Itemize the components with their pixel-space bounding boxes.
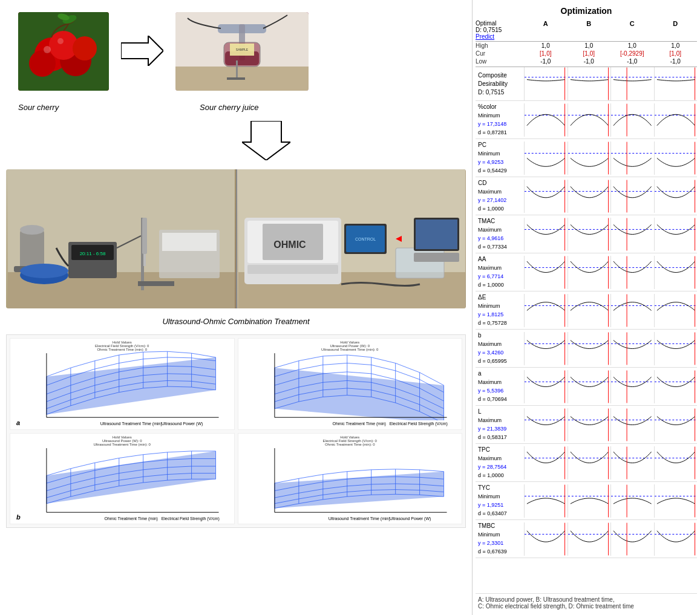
- opt-data-row: TYCMinimumy = 1,9251d = 0,63407: [476, 482, 697, 520]
- main-container: SAMPLE Sour cherry Sour cherry juice: [0, 0, 700, 615]
- svg-text:Electrical Field Strength (V/c: Electrical Field Strength (V/cm): [162, 516, 220, 521]
- opt-chart-r9-c2: [610, 408, 654, 441]
- cur-d: [1,0]: [654, 50, 698, 57]
- opt-chart-r6-c3: [654, 294, 698, 327]
- opt-chart-r9-c0: [524, 408, 568, 441]
- cur-b: [1,0]: [568, 50, 611, 57]
- opt-chart-r6-c2: [610, 294, 654, 327]
- optimal-d: D: 0,7515: [476, 27, 524, 33]
- opt-chart-r7-c3: [654, 332, 698, 365]
- opt-chart-r5-c2: [610, 256, 654, 289]
- opt-chart-r2-c0: [524, 142, 568, 175]
- svg-point-5: [73, 36, 97, 60]
- col-header-d: D: [654, 20, 698, 40]
- svg-text:Ohmic Treatment Time (min): Ohmic Treatment Time (min): [332, 421, 385, 426]
- opt-row-label-10: TPCMaximumy = 28,7564d = 1,0000: [476, 444, 524, 481]
- opt-chart-r3-c0: [524, 180, 568, 213]
- opt-row-label-8: aMaximumy = 5,5396d = 0,70694: [476, 368, 524, 405]
- svg-rect-34: [142, 218, 147, 254]
- opt-chart-r0-c2: [610, 67, 654, 100]
- svg-rect-52: [414, 253, 459, 262]
- cherry-image: [18, 12, 109, 91]
- lab-image: 20:11 - 6:58: [6, 169, 466, 308]
- graph-b-hold: Hold Values Ultrasound Power (W): 0 Ultr…: [321, 340, 378, 351]
- opt-chart-r9-c3: [654, 408, 698, 441]
- graph-c-hold: Hold Values Ultrasound Power (W): 0 Ultr…: [94, 435, 151, 446]
- opt-chart-r8-c2: [610, 370, 654, 403]
- opt-chart-r8-c1: [568, 370, 611, 403]
- opt-data-row: LMaximumy = 21,3839d = 0,58317: [476, 406, 697, 444]
- svg-text:20:11 - 6:58: 20:11 - 6:58: [79, 251, 105, 256]
- svg-marker-61: [274, 368, 443, 423]
- col-header-c: C: [610, 20, 654, 40]
- arrow-down: [242, 121, 290, 160]
- opt-chart-r1-c2: [610, 103, 654, 137]
- low-a: -1,0: [524, 58, 568, 65]
- predict-link[interactable]: Predict: [476, 33, 524, 40]
- opt-data-row: CompositeDesirabilityD: 0,7515: [476, 67, 697, 101]
- opt-data-row: aMaximumy = 5,5396d = 0,70694: [476, 368, 697, 406]
- opt-chart-r11-c1: [568, 484, 611, 518]
- col-header-a: A: [524, 20, 568, 40]
- svg-marker-68: [47, 451, 216, 503]
- opt-title: Optimization: [476, 3, 697, 19]
- opt-data-row: TMACMaximumy = 4,9616d = 0,77334: [476, 215, 697, 253]
- opt-chart-r5-c1: [568, 256, 611, 289]
- opt-row-label-7: bMaximumy = 3,4260d = 0,65995: [476, 330, 524, 367]
- opt-header-row: Optimal D: 0,7515 Predict A B C D: [476, 19, 697, 42]
- opt-row-label-0: CompositeDesirabilityD: 0,7515: [476, 70, 524, 99]
- opt-data-row: TPCMaximumy = 28,7564d = 1,0000: [476, 444, 697, 482]
- graph-cell-c: Hold Values Ultrasound Power (W): 0 Ultr…: [10, 433, 235, 525]
- opt-chart-r0-c3: [654, 67, 698, 100]
- svg-text:Ultrasound Power (W): Ultrasound Power (W): [162, 421, 203, 426]
- opt-data-row: CDMaximumy = 27,1402d = 1,0000: [476, 177, 697, 215]
- graph-cell-a: Hold Values Electrical Field Strength (V…: [10, 338, 235, 430]
- opt-chart-r7-c1: [568, 332, 611, 365]
- svg-point-28: [20, 264, 68, 278]
- opt-high-row: High 1,0 1,0 1,0 1,0: [476, 42, 697, 50]
- svg-rect-51: [416, 220, 457, 249]
- opt-chart-r0-c1: [568, 67, 611, 100]
- svg-text:Ultrasound Treatment Time (min: Ultrasound Treatment Time (min): [100, 421, 162, 426]
- opt-chart-r3-c1: [568, 180, 611, 213]
- svg-text:Ultrasound Treatment Time (min: Ultrasound Treatment Time (min): [328, 516, 390, 521]
- arrow-right: [121, 36, 163, 68]
- svg-marker-54: [47, 357, 216, 415]
- opt-chart-r9-c1: [568, 408, 611, 441]
- opt-chart-r4-c3: [654, 218, 698, 251]
- svg-marker-75: [274, 471, 443, 508]
- footnote: A: Ultrasound power, B: Ultrasound treat…: [476, 593, 697, 612]
- opt-chart-r11-c0: [524, 484, 568, 518]
- svg-text:Ultrasound Power (W): Ultrasound Power (W): [389, 516, 431, 521]
- top-row: SAMPLE: [6, 6, 466, 97]
- arrow-down-container: [67, 118, 466, 163]
- opt-chart-r11-c3: [654, 484, 698, 518]
- low-d: -1,0: [654, 58, 698, 65]
- high-b: 1,0: [568, 42, 611, 49]
- opt-chart-r8-c0: [524, 370, 568, 403]
- svg-text:Ohmic Treatment Time (min): Ohmic Treatment Time (min): [105, 516, 158, 521]
- svg-rect-19: [236, 60, 238, 79]
- opt-chart-r2-c3: [654, 142, 698, 175]
- svg-rect-33: [138, 281, 174, 286]
- opt-chart-r10-c0: [524, 446, 568, 480]
- opt-chart-r7-c0: [524, 332, 568, 365]
- cherry-label: Sour cherry: [18, 103, 109, 112]
- svg-rect-20: [227, 77, 245, 80]
- opt-chart-r8-c3: [654, 370, 698, 403]
- opt-data-row: AAMaximumy = 6,7714d = 1,0000: [476, 253, 697, 291]
- high-c: 1,0: [610, 42, 654, 49]
- opt-row-label-12: TMBCMinimumy = 2,3301d = 0,67639: [476, 520, 524, 558]
- opt-row-label-2: PCMinimumy = 4,9253d = 0,54429: [476, 139, 524, 177]
- opt-chart-r4-c2: [610, 218, 654, 251]
- graph-cell-b: Hold Values Ultrasound Power (W): 0 Ultr…: [238, 338, 463, 430]
- cur-label: Cur: [476, 50, 524, 57]
- opt-row-label-6: ΔEMinimumy = 1,8125d = 0,75728: [476, 291, 524, 329]
- svg-marker-10: [121, 36, 163, 66]
- svg-text:Electrical Field Strength (V/c: Electrical Field Strength (V/cm): [389, 421, 447, 426]
- opt-chart-r4-c0: [524, 218, 568, 251]
- opt-chart-r4-c1: [568, 218, 611, 251]
- svg-text:OHMIC: OHMIC: [273, 239, 306, 250]
- footnote-text: A: Ultrasound power, B: Ultrasound treat…: [478, 596, 634, 610]
- opt-chart-r1-c0: [524, 103, 568, 137]
